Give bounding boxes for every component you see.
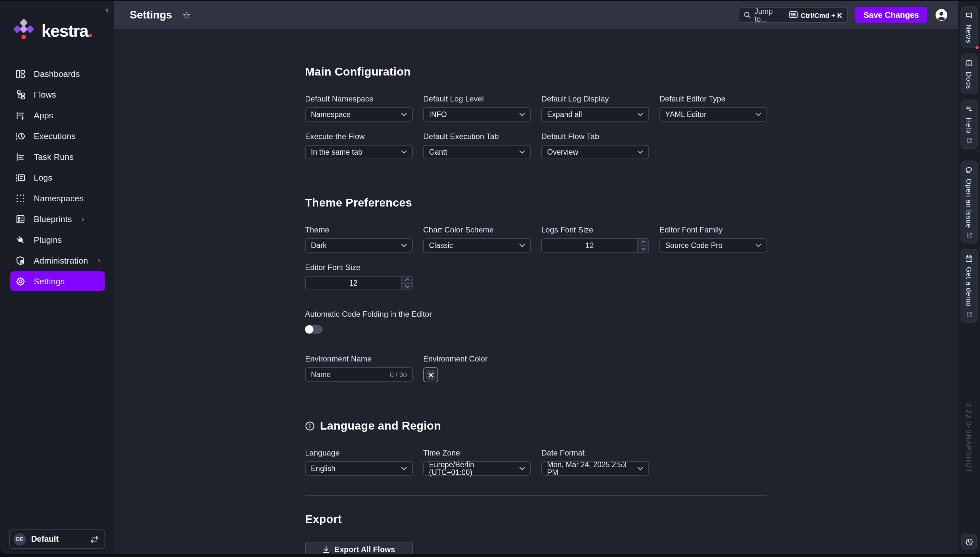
download-icon	[323, 545, 330, 553]
chevron-down-icon	[401, 150, 407, 154]
kestra-logo-text: kestra.	[42, 21, 93, 41]
namespaces-icon	[15, 193, 25, 203]
search-shortcut: Ctrl/Cmd + K	[789, 11, 842, 19]
section-divider	[305, 495, 767, 496]
sidebar-collapse-icon[interactable]: ‹	[105, 5, 108, 14]
default-log-display-select[interactable]: Expand all	[541, 107, 649, 122]
sidebar-item-namespaces[interactable]: Namespaces	[10, 188, 105, 208]
sidebar-item-dashboards[interactable]: Dashboards	[10, 64, 105, 83]
theme-toggle-button[interactable]	[961, 534, 977, 550]
field-theme: Theme Dark	[305, 225, 413, 252]
apps-icon	[15, 110, 25, 120]
stepper-down-button[interactable]	[638, 245, 648, 252]
field-default-editor-type: Default Editor Type YAML Editor	[659, 94, 767, 122]
time-zone-select[interactable]: Europe/Berlin (UTC+01:00)	[423, 461, 531, 476]
field-default-namespace: Default Namespace Namespace	[305, 94, 413, 122]
environment-name-input[interactable]: Name 0 / 30	[305, 367, 413, 382]
date-format-select[interactable]: Mon, Mar 24, 2025 2:53 PM	[541, 461, 649, 476]
execute-the-flow-select[interactable]: In the same tab	[305, 145, 413, 159]
chevron-down-icon	[401, 112, 407, 116]
get-a-demo-button[interactable]: Get a demo	[960, 249, 978, 322]
default-namespace-select[interactable]: Namespace	[305, 107, 413, 122]
chevron-right-icon: ›	[98, 256, 100, 264]
slack-icon	[965, 105, 973, 113]
export-all-flows-button[interactable]: Export All Flows	[305, 542, 413, 554]
section-divider	[305, 402, 767, 402]
chevron-down-icon	[637, 150, 643, 154]
github-icon	[965, 166, 973, 174]
version-label: 0.22.0-SNAPSHOT	[965, 402, 973, 474]
default-log-level-select[interactable]: INFO	[423, 107, 531, 122]
blueprints-icon	[15, 214, 25, 224]
flows-icon	[15, 89, 25, 99]
field-default-log-display: Default Log Display Expand all	[541, 94, 649, 122]
section-title-language-region: Language and Region	[305, 419, 767, 433]
theme-preferences-fields: Theme Dark Chart Color Scheme Classic	[305, 225, 767, 290]
external-link-icon	[966, 311, 972, 317]
settings-content: Main Configuration Default Namespace Nam…	[114, 29, 958, 554]
dashboards-icon	[15, 68, 25, 79]
field-environment-name: Environment Name Name 0 / 30	[305, 354, 413, 382]
sidebar-item-administration[interactable]: Administration ›	[10, 251, 105, 270]
user-avatar-icon[interactable]	[935, 9, 947, 21]
language-select[interactable]: English	[305, 461, 413, 476]
field-editor-font-size: Editor Font Size 12	[305, 263, 413, 290]
open-an-issue-button[interactable]: Open an issue	[960, 161, 978, 243]
stepper-up-button[interactable]	[638, 239, 648, 245]
logs-font-size-input[interactable]: 12	[541, 238, 649, 252]
topbar-right: Jump to... Ctrl/Cmd + K Save Changes	[738, 7, 947, 23]
number-stepper	[401, 277, 412, 290]
jump-to-search[interactable]: Jump to... Ctrl/Cmd + K	[738, 7, 847, 23]
field-default-flow-tab: Default Flow Tab Overview	[541, 132, 649, 159]
default-flow-tab-select[interactable]: Overview	[541, 145, 649, 159]
field-default-execution-tab: Default Execution Tab Gantt	[423, 132, 531, 159]
save-changes-button[interactable]: Save Changes	[855, 7, 928, 23]
sidebar-item-settings[interactable]: Settings	[10, 271, 105, 291]
code-folding-toggle[interactable]	[305, 325, 323, 334]
notification-dot	[975, 45, 979, 50]
news-icon	[965, 12, 973, 20]
info-icon	[305, 421, 315, 431]
chart-color-scheme-select[interactable]: Classic	[423, 238, 531, 252]
external-link-icon	[966, 138, 972, 143]
sidebar-item-apps[interactable]: Apps	[10, 105, 105, 125]
sidebar-item-executions[interactable]: Executions	[10, 126, 105, 146]
tenant-avatar: DE	[14, 533, 26, 545]
theme-select[interactable]: Dark	[305, 238, 413, 252]
app-window: ‹ kestra. Dashboards Flows	[0, 1, 980, 554]
task-runs-icon	[15, 151, 25, 162]
section-title-export: Export	[305, 513, 767, 526]
administration-icon	[15, 255, 25, 265]
chevron-down-icon	[519, 150, 525, 154]
help-button[interactable]: Help	[960, 99, 978, 149]
section-title-main-configuration: Main Configuration	[305, 65, 767, 79]
input-placeholder: Name	[311, 371, 331, 378]
field-language: Language English	[305, 448, 413, 476]
field-time-zone: Time Zone Europe/Berlin (UTC+01:00)	[423, 448, 531, 476]
favorite-star-icon[interactable]: ☆	[182, 10, 191, 20]
stepper-up-button[interactable]	[402, 277, 412, 283]
environment-color-picker[interactable]	[423, 367, 438, 382]
default-execution-tab-select[interactable]: Gantt	[423, 145, 531, 159]
language-region-fields: Language English Time Zone Europe/Berlin…	[305, 448, 767, 476]
docs-button[interactable]: Docs	[960, 54, 978, 94]
sidebar-item-blueprints[interactable]: Blueprints ›	[10, 209, 105, 228]
stepper-down-button[interactable]	[402, 283, 412, 290]
default-editor-type-select[interactable]: YAML Editor	[659, 107, 767, 122]
environment-settings: Environment Name Name 0 / 30 Environment…	[305, 354, 767, 382]
chevron-right-icon: ›	[82, 215, 84, 223]
editor-font-size-input[interactable]: 12	[305, 276, 413, 290]
sidebar: ‹ kestra. Dashboards Flows	[0, 1, 114, 554]
sidebar-item-task-runs[interactable]: Task Runs	[10, 147, 105, 166]
tenant-selector[interactable]: DE Default	[9, 529, 105, 549]
editor-font-family-select[interactable]: Source Code Pro	[659, 238, 767, 252]
sidebar-item-plugins[interactable]: Plugins	[10, 230, 105, 249]
sidebar-item-logs[interactable]: Logs	[10, 168, 105, 187]
settings-gear-icon	[15, 276, 25, 286]
search-icon	[743, 9, 751, 21]
sidebar-item-flows[interactable]: Flows	[10, 85, 105, 104]
kestra-logo-icon	[12, 18, 36, 43]
section-title-theme-preferences: Theme Preferences	[305, 196, 767, 210]
news-button[interactable]: News	[960, 6, 978, 48]
switch-tenant-icon	[90, 536, 99, 543]
